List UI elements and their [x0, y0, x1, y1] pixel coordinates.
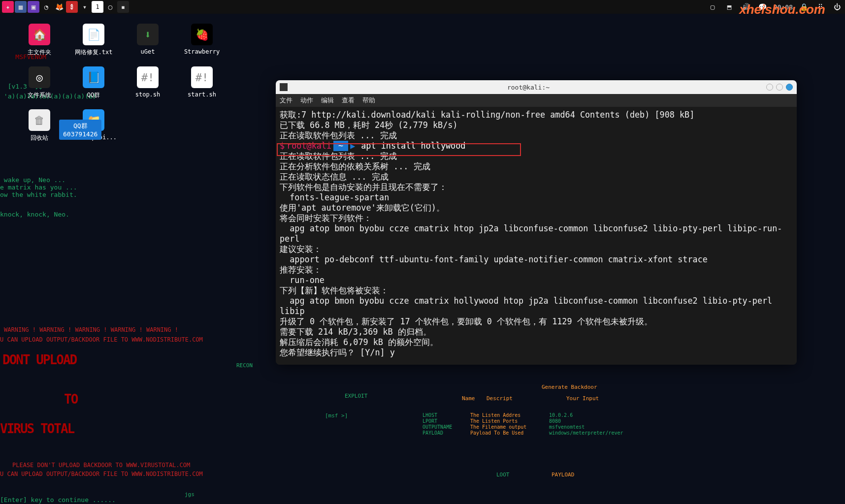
term-line: 将会同时安装下列软件： — [280, 213, 793, 223]
icon-filesystem[interactable]: ◎ 文件系统 — [15, 66, 64, 99]
wallpaper-msf: [msf >] — [325, 412, 348, 419]
prompt-symbol: $ — [280, 141, 285, 151]
icon-label: QQ群 — [87, 91, 100, 99]
uget-icon: ⬇ — [137, 24, 159, 45]
term-line: 已下载 66.8 MB，耗时 24秒 (2,779 kB/s) — [280, 120, 793, 130]
command-text: apt install hollywood — [361, 141, 465, 151]
tray-icon-2[interactable]: ⬒ — [723, 1, 735, 13]
wallpaper-coldesc: Descript — [487, 395, 513, 402]
wallpaper-upload: U CAN UPLOAD OUTPUT/BACKDOOR FILE TO WWW… — [0, 336, 182, 343]
firefox-icon[interactable]: 🦊 — [53, 1, 65, 13]
wallpaper-outputname: OUTPUTNAME — [422, 424, 452, 430]
app-icon-red[interactable]: ₿ — [66, 1, 78, 13]
icon-label: 主文件夹 — [28, 48, 51, 57]
script-icon: #! — [191, 66, 213, 88]
terminal-window[interactable]: root@kali:~ 文件 动作 编辑 查看 帮助 获取:7 http://k… — [276, 80, 797, 365]
wallpaper-enter: [Enter] key to continue ...... — [0, 496, 116, 504]
term-line: 需要下载 214 kB/3,369 kB 的归档。 — [280, 327, 793, 337]
terminal-icon — [280, 83, 288, 91]
tray-icon-1[interactable]: ▢ — [707, 1, 718, 13]
terminal-body[interactable]: 获取:7 http://kali.download/kali kali-roll… — [276, 107, 797, 365]
kali-menu-icon[interactable]: ✦ — [2, 1, 14, 13]
ascii-virus-total: VIRUS TOTAL — [0, 422, 74, 435]
browser-icon-2[interactable]: ◯ — [104, 1, 116, 13]
wallpaper-loot: LOOT — [496, 472, 510, 478]
icon-start-sh[interactable]: #! start.sh — [177, 66, 227, 99]
command-prompt: $ root@kali ~ ▶ apt install hollywood — [280, 141, 793, 151]
minimize-button[interactable] — [766, 84, 773, 91]
term-line: apg atop bmon byobu ccze cmatrix htop jp… — [280, 223, 793, 244]
terminal-taskbar-icon[interactable]: ▪ — [117, 1, 129, 13]
icon-label: 回收站 — [31, 134, 48, 142]
term-line: 正在分析软件包的依赖关系树 ... 完成 — [280, 161, 793, 172]
term-line: 推荐安装： — [280, 265, 793, 275]
icon-uget[interactable]: ⬇ uGet — [123, 24, 172, 57]
chevron-down-icon[interactable]: ▾ — [79, 1, 91, 13]
term-line: 下列软件包是自动安装的并且现在不需要了： — [280, 182, 793, 192]
wallpaper-outname: msfvenomtest — [549, 424, 585, 430]
wallpaper-listen-addr: The Listen Addres — [470, 412, 520, 418]
wallpaper-wake: wake up, Neo ... e matrix has you ... ow… — [0, 176, 77, 198]
prompt-user-host: root@kali — [287, 141, 331, 151]
wallpaper-upload2: U CAN UPLOAD OUTPUT/BACKDOOR FILE TO WWW… — [0, 471, 203, 477]
desktop: 🏠 主文件夹 📄 网络修复.txt ⬇ uGet 🍓 Strawberry ◎ … — [0, 14, 845, 504]
app-icon-3[interactable]: ◔ — [40, 1, 52, 13]
wallpaper-colinput: Your Input — [566, 395, 599, 402]
term-line: apg atop bmon byobu ccze cmatrix hollywo… — [280, 296, 793, 316]
ascii-to: TO — [64, 393, 77, 406]
icon-home-folder[interactable]: 🏠 主文件夹 — [15, 24, 64, 57]
terminal-titlebar[interactable]: root@kali:~ — [276, 80, 797, 94]
prompt-arrow-icon: ▶ — [350, 141, 355, 151]
icon-qq-group[interactable]: 📘 QQ群 — [69, 66, 118, 99]
menu-view[interactable]: 查看 — [342, 96, 355, 105]
script-icon: #! — [137, 66, 159, 88]
wallpaper-genbd: Generate Backdoor — [542, 384, 597, 390]
term-line: 正在读取软件包列表 ... 完成 — [280, 151, 793, 161]
icon-trash[interactable]: 🗑 回收站 — [15, 109, 64, 142]
strawberry-icon: 🍓 — [191, 24, 213, 45]
app-icon-1[interactable]: ▦ — [15, 1, 27, 13]
power-icon[interactable]: ⏻ — [831, 1, 843, 13]
window-controls — [766, 84, 793, 91]
term-line: 正在读取软件包列表 ... 完成 — [280, 130, 793, 141]
icon-label: start.sh — [188, 91, 216, 98]
wallpaper-ip: 10.0.2.6 — [549, 412, 573, 418]
file-manager-icon[interactable]: ▣ — [28, 1, 39, 13]
filesystem-icon: ◎ — [29, 66, 50, 88]
taskbar: ✦ ▦ ▣ ◔ 🦊 ₿ ▾ 1 ◯ ▪ ▢ ⬒ 🔊 💬 20:08 🔒 ⠿ ⏻ — [0, 0, 845, 14]
menu-file[interactable]: 文件 — [280, 96, 292, 105]
terminal-title: root@kali:~ — [291, 84, 766, 91]
home-folder-icon: 🏠 — [29, 24, 50, 45]
term-line: 解压缩后会消耗 6,079 kB 的额外空间。 — [280, 337, 793, 347]
file-icon: 📘 — [83, 66, 104, 88]
maximize-button[interactable] — [776, 84, 783, 91]
wallpaper-payload: PAYLOAD — [422, 430, 443, 436]
terminal-menubar: 文件 动作 编辑 查看 帮助 — [276, 94, 797, 107]
wallpaper-please: PLEASE DON'T UPLOAD BACKDOOR TO WWW.VIRU… — [12, 462, 190, 469]
icon-strawberry[interactable]: 🍓 Strawberry — [177, 24, 227, 57]
wallpaper-lhost: LHOST — [422, 412, 437, 418]
watermark: xheishou.com — [739, 2, 825, 17]
menu-help[interactable]: 帮助 — [362, 96, 375, 105]
menu-edit[interactable]: 编辑 — [321, 96, 334, 105]
ascii-dont-upload: DONT UPLOAD — [2, 353, 76, 366]
wallpaper-jgs: jgs — [185, 491, 195, 498]
icon-netfix-txt[interactable]: 📄 网络修复.txt — [69, 24, 118, 57]
workspace-1[interactable]: 1 — [92, 1, 103, 13]
term-line: 获取:7 http://kali.download/kali kali-roll… — [280, 110, 793, 120]
desktop-icons-grid: 🏠 主文件夹 📄 网络修复.txt ⬇ uGet 🍓 Strawberry ◎ … — [15, 24, 227, 142]
icon-stop-sh[interactable]: #! stop.sh — [123, 66, 172, 99]
close-button[interactable] — [786, 84, 793, 91]
wallpaper-listen-ports: The Listen Ports — [470, 418, 518, 424]
term-line: apport po-debconf ttf-ubuntu-font-family… — [280, 254, 793, 265]
trash-icon: 🗑 — [29, 109, 50, 131]
menu-action[interactable]: 动作 — [300, 96, 313, 105]
wallpaper-payload-used: Payload To Be Used — [470, 430, 523, 436]
icon-label: 网络修复.txt — [75, 48, 113, 57]
icon-label: uGet — [141, 48, 155, 55]
term-line: 建议安装： — [280, 244, 793, 254]
wallpaper-payload2: PAYLOAD — [552, 472, 574, 478]
wallpaper-filename-out: The Filename output — [470, 424, 526, 430]
icon-label: 文件系统 — [28, 91, 51, 99]
wallpaper-colname: Name — [462, 395, 475, 402]
